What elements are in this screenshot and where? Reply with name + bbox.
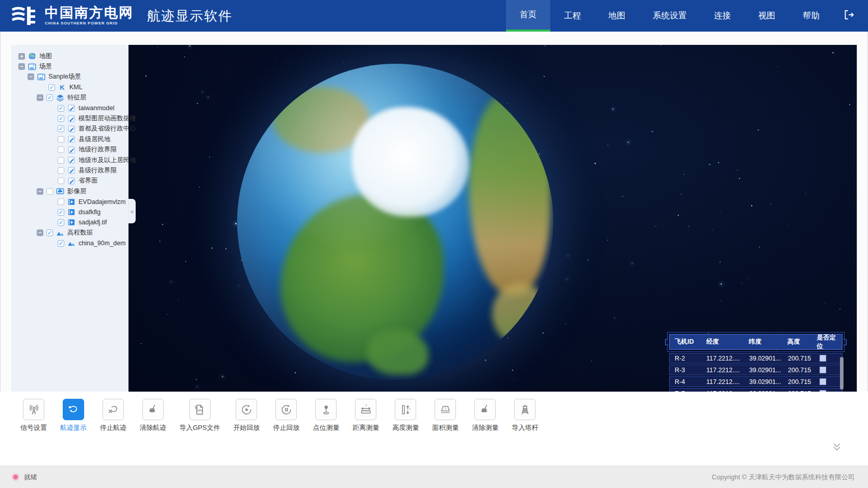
tree-item[interactable]: 地级市及以上居民地: [11, 155, 128, 165]
tree-item[interactable]: −场景: [11, 61, 128, 71]
feature-icon: [67, 115, 75, 123]
toolbar-button[interactable]: 点位测量: [313, 399, 339, 432]
toolbar-button[interactable]: GPS导入GPS文件: [180, 399, 220, 432]
toolbar-button[interactable]: 停止航迹: [100, 399, 126, 432]
toolbar-button-label: 停止回放: [273, 423, 299, 432]
layer-checkbox[interactable]: ✓: [58, 105, 64, 112]
copyright-text: Copyright © 天津航天中为数据系统科技有限公司: [712, 473, 855, 482]
toolbar-button-label: 航迹显示: [60, 423, 87, 432]
csg-logo-icon: [10, 5, 39, 27]
toolbar-button-label: 清除航迹: [140, 423, 166, 432]
layer-checkbox[interactable]: ✓: [58, 219, 64, 226]
toolbar-button-label: 信号设置: [20, 423, 47, 432]
flight-table-row[interactable]: R-3117.2212....39.02901...200.715: [669, 365, 843, 375]
brand-name-cn: 中国南方电网: [45, 6, 134, 20]
layer-checkbox[interactable]: [58, 136, 64, 143]
collapse-icon[interactable]: −: [37, 94, 43, 101]
nav-tab[interactable]: 视图: [745, 0, 789, 32]
toolbar-button[interactable]: 航迹显示: [60, 399, 87, 432]
feature-icon: [67, 166, 75, 174]
flight-table-header: 飞机ID经度纬度高度是否定位: [669, 334, 843, 350]
chevrons-down-icon: [830, 442, 844, 453]
collapse-icon[interactable]: −: [28, 73, 34, 80]
tree-item[interactable]: ✓KKML: [11, 82, 128, 92]
flight-table-row[interactable]: R-2117.2212....39.02901...200.715: [669, 353, 843, 364]
toolbar-button[interactable]: ?面积测量: [432, 399, 458, 432]
toolbar-button[interactable]: 清除航迹: [140, 399, 166, 432]
layer-checkbox[interactable]: ✓: [58, 240, 64, 247]
collapse-toolbar-button[interactable]: [830, 442, 844, 453]
layer-checkbox[interactable]: ✓: [46, 229, 53, 236]
tree-item[interactable]: −影像层: [11, 186, 128, 196]
tree-item[interactable]: +地图: [11, 51, 128, 61]
toolbar-button[interactable]: 导入塔杆: [512, 399, 538, 432]
scene-icon: [28, 63, 36, 71]
nav-tab[interactable]: 系统设置: [639, 0, 700, 32]
tree-item[interactable]: ✓china_90m_dem: [11, 238, 128, 248]
map-canvas[interactable]: +地图−场景−Sanple场景✓KKML−✓特征层✓taiwanmodel✓模型…: [11, 45, 857, 392]
tree-item[interactable]: 县级行政界限: [11, 165, 128, 175]
locate-checkbox[interactable]: [820, 355, 826, 362]
tree-item-label: 首都及省级行政中心: [79, 124, 136, 133]
raster-icon: [67, 218, 75, 226]
layer-checkbox[interactable]: [58, 157, 64, 164]
nav-tab[interactable]: 地图: [595, 0, 639, 32]
layer-checkbox[interactable]: [58, 167, 64, 174]
nav-tab[interactable]: 首页: [506, 0, 550, 32]
flight-table-cell: 117.2212....: [701, 367, 744, 374]
tree-item[interactable]: 省界面: [11, 176, 128, 186]
tree-item[interactable]: ✓模型图层动画数据继: [11, 113, 128, 123]
layer-checkbox[interactable]: ✓: [48, 84, 55, 91]
feature-icon: [67, 146, 75, 154]
toolbar-button[interactable]: 清除测量: [472, 399, 498, 432]
table-scrollbar[interactable]: [840, 357, 844, 390]
gps-import-icon: GPS: [189, 399, 211, 420]
tree-item[interactable]: −✓特征层: [11, 93, 128, 103]
tree-item[interactable]: −Sanple场景: [11, 72, 128, 82]
tree-item[interactable]: ✓首都及省级行政中心: [11, 124, 128, 134]
flight-table-cell: R-4: [670, 378, 701, 386]
flight-table-row[interactable]: R-4117.2212....39.02901...200.715: [669, 376, 843, 387]
point-measure-icon: [315, 399, 337, 420]
layer-checkbox[interactable]: ✓: [46, 94, 53, 101]
layer-checkbox[interactable]: [58, 198, 64, 205]
tree-item[interactable]: ✓sadjakfj.tif: [11, 217, 128, 227]
collapse-icon[interactable]: −: [18, 63, 25, 70]
collapse-icon[interactable]: −: [37, 229, 43, 236]
layer-checkbox[interactable]: ✓: [58, 209, 64, 216]
nav-tab[interactable]: 工程: [550, 0, 595, 32]
flight-table-column-header: 纬度: [744, 338, 782, 346]
tree-item[interactable]: ✓taiwanmodel: [11, 103, 128, 113]
layer-checkbox[interactable]: ✓: [58, 115, 64, 122]
terrain-icon: [67, 239, 75, 247]
locate-checkbox[interactable]: [820, 367, 826, 373]
layer-checkbox[interactable]: [58, 177, 64, 184]
layer-checkbox[interactable]: ✓: [58, 125, 64, 132]
flight-table-cell: 200.715: [783, 378, 812, 386]
toolbar-button[interactable]: 信号设置: [20, 399, 47, 432]
flight-table-column-header: 高度: [782, 338, 812, 346]
locate-checkbox[interactable]: [820, 378, 826, 385]
tree-item[interactable]: ✓dsafkflg: [11, 207, 128, 217]
layer-checkbox[interactable]: [46, 188, 53, 195]
tree-item[interactable]: 县级居民地: [11, 134, 128, 144]
nav-tab[interactable]: 帮助: [789, 0, 833, 32]
pause-icon: [275, 399, 297, 420]
toolbar-button[interactable]: ?距离测量: [352, 399, 379, 432]
collapse-icon[interactable]: −: [37, 188, 43, 195]
nav-tab[interactable]: 连接: [700, 0, 745, 32]
tree-item[interactable]: EVDadajemvlzm: [11, 196, 128, 207]
flight-table-row[interactable]: R-5117.2212....39.02901...200.715: [669, 388, 843, 392]
tree-item-label: 省界面: [79, 176, 98, 185]
flight-table-cell: 117.2212....: [701, 355, 744, 362]
tree-item[interactable]: −✓高程数据: [11, 228, 128, 238]
toolbar-button[interactable]: ?高度测量: [392, 399, 419, 432]
logout-button[interactable]: [833, 0, 868, 32]
expand-icon[interactable]: +: [18, 53, 25, 60]
toolbar-button[interactable]: 开始回放: [233, 399, 260, 432]
layer-checkbox[interactable]: [58, 146, 64, 153]
toolbar-button[interactable]: 停止回放: [273, 399, 299, 432]
tree-item[interactable]: 地级行政界限: [11, 145, 128, 155]
sidebar-collapse-handle[interactable]: «: [129, 199, 136, 223]
clear-measure-icon: [474, 399, 496, 420]
